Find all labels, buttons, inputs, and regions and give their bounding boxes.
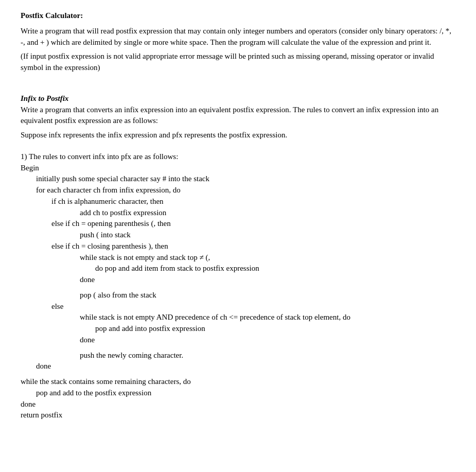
line19: pop and add to the postfix expression [36,388,455,399]
line17: done [36,361,455,372]
line21: return postfix [21,410,455,421]
line6: push ( into stack [80,230,455,241]
line8: while stack is not empty and stack top ≠… [80,252,455,264]
postfix-calculator-title: Postfix Calculator: [21,10,455,22]
infix-to-postfix-section: Infix to Postfix Write a program that co… [21,93,455,421]
postfix-calculator-para1: Write a program that will read postfix e… [21,26,455,48]
line20: done [21,399,455,410]
postfix-calculator-section: Postfix Calculator: Write a program that… [21,10,455,74]
line14: pop and add into postfix expression [95,323,455,335]
line10a: done [80,274,455,286]
infix-intro1: Write a program that converts an infix e… [21,104,455,127]
line15: done [80,335,455,346]
line9: do pop and add item from stack to postfi… [95,263,455,274]
line2: for each character ch from infix express… [36,185,455,196]
postfix-calculator-para2: (If input postfix expression is not vali… [21,51,455,74]
line3: if ch is alphanumeric character, then [51,196,455,207]
line4: add ch to postfix expression [80,207,455,219]
infix-intro2: Suppose infx represents the infix expres… [21,130,455,141]
rule-header: 1) The rules to convert infx into pfx ar… [21,151,455,163]
line7: else if ch = closing parenthesis ), then [51,241,455,252]
line13: while stack is not empty AND precedence … [80,312,455,323]
page-content: Postfix Calculator: Write a program that… [21,10,455,421]
begin-label: Begin [21,163,455,174]
infix-to-postfix-title: Infix to Postfix [21,93,455,104]
line12: else [51,301,455,312]
line18: while the stack contains some remaining … [21,376,455,388]
line16: push the newly coming character. [80,350,455,361]
line11: pop ( also from the stack [80,290,455,301]
line1: initially push some special character sa… [36,173,455,185]
line5: else if ch = opening parenthesis (, then [51,218,455,230]
